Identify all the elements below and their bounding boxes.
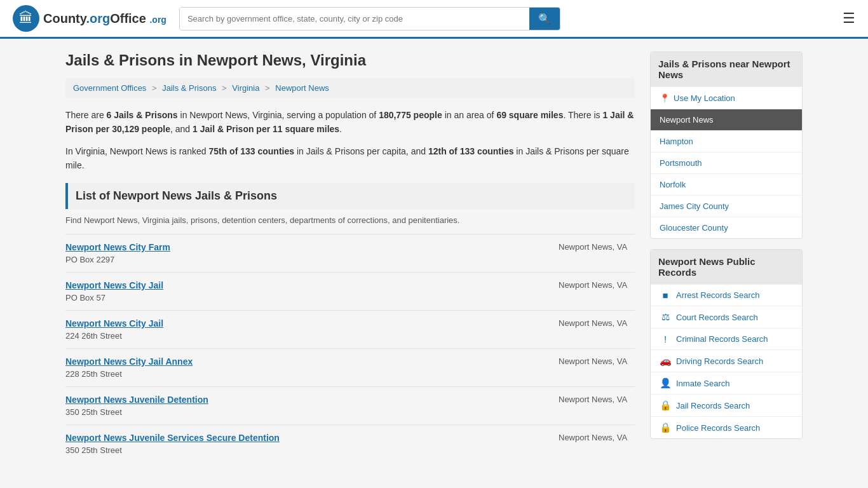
logo-org: .org <box>149 15 166 25</box>
jail-entry: Newport News Juvenile Services Secure De… <box>65 424 635 463</box>
public-record-link-driving-records-search[interactable]: 🚗Driving Records Search <box>651 349 802 372</box>
breadcrumb: Government Offices > Jails & Prisons > V… <box>65 78 635 98</box>
menu-button[interactable]: ☰ <box>843 10 855 27</box>
jail-address: 350 25th Street <box>65 407 122 417</box>
record-icon: 👤 <box>660 377 671 389</box>
jail-location: Newport News, VA <box>533 318 635 328</box>
nearby-section: Jails & Prisons near Newport News 📍 Use … <box>650 51 803 239</box>
main-content: Jails & Prisons in Newport News, Virgini… <box>65 51 635 463</box>
jail-location: Newport News, VA <box>533 242 635 252</box>
jail-info: Newport News City Jail PO Box 57 <box>65 280 533 302</box>
logo-text: County.orgOffice .org <box>43 11 166 25</box>
search-input[interactable] <box>180 8 529 30</box>
nearby-link-norfolk[interactable]: Norfolk <box>651 173 802 195</box>
record-icon: ⚖ <box>660 311 671 323</box>
jail-info: Newport News City Jail 224 26th Street <box>65 318 533 341</box>
area-bold: 69 square miles <box>496 110 563 120</box>
rank-sqmile-bold: 12th of 133 counties <box>428 146 514 156</box>
jail-name-link[interactable]: Newport News Juvenile Detention <box>65 395 533 405</box>
list-section-title: List of Newport News Jails & Prisons <box>65 183 635 209</box>
jail-address: PO Box 2297 <box>65 255 114 264</box>
search-bar: 🔍 <box>179 7 560 30</box>
jail-address: PO Box 57 <box>65 293 105 302</box>
page-title: Jails & Prisons in Newport News, Virgini… <box>65 51 635 69</box>
public-records-title: Newport News Public Records <box>651 250 802 284</box>
use-my-location-link[interactable]: 📍 Use My Location <box>651 86 802 109</box>
nearby-link-newport-news[interactable]: Newport News <box>651 109 802 130</box>
jail-entry: Newport News City Jail Annex 228 25th St… <box>65 348 635 386</box>
jail-list: Newport News City Farm PO Box 2297 Newpo… <box>65 234 635 463</box>
nearby-link-gloucester-county[interactable]: Gloucester County <box>651 217 802 238</box>
jail-address: 350 25th Street <box>65 445 122 455</box>
sidebar: Jails & Prisons near Newport News 📍 Use … <box>650 51 803 463</box>
record-icon: 🔒 <box>660 400 671 411</box>
jail-entry: Newport News Juvenile Detention 350 25th… <box>65 386 635 424</box>
jail-name-link[interactable]: Newport News City Jail <box>65 318 533 329</box>
nearby-link-hampton[interactable]: Hampton <box>651 130 802 152</box>
description-paragraph-1: There are 6 Jails & Prisons in Newport N… <box>65 108 635 137</box>
nearby-links: Newport NewsHamptonPortsmouthNorfolkJame… <box>651 109 802 238</box>
public-record-link-inmate-search[interactable]: 👤Inmate Search <box>651 372 802 394</box>
jail-name-link[interactable]: Newport News City Jail Annex <box>65 356 533 367</box>
jail-address: 224 26th Street <box>65 331 122 341</box>
nearby-link-portsmouth[interactable]: Portsmouth <box>651 152 802 173</box>
record-icon: ■ <box>660 290 671 301</box>
breadcrumb-jails-prisons[interactable]: Jails & Prisons <box>162 83 216 93</box>
jail-location: Newport News, VA <box>533 280 635 290</box>
jail-info: Newport News Juvenile Detention 350 25th… <box>65 395 533 417</box>
site-logo[interactable]: 🏛 County.orgOffice .org <box>13 5 166 32</box>
per-sqmile-bold: 1 Jail & Prison per 11 square miles <box>193 124 339 134</box>
jail-location: Newport News, VA <box>533 395 635 404</box>
public-record-link-police-records-search[interactable]: 🔒Police Records Search <box>651 416 802 438</box>
location-pin-icon: 📍 <box>660 93 670 103</box>
breadcrumb-gov-offices[interactable]: Government Offices <box>73 83 146 93</box>
public-record-link-criminal-records-search[interactable]: !Criminal Records Search <box>651 328 802 349</box>
public-record-link-arrest-records-search[interactable]: ■Arrest Records Search <box>651 284 802 306</box>
population-bold: 180,775 people <box>379 110 442 120</box>
jail-info: Newport News City Farm PO Box 2297 <box>65 242 533 264</box>
list-description: Find Newport News, Virginia jails, priso… <box>65 215 635 225</box>
public-records-links: ■Arrest Records Search⚖Court Records Sea… <box>651 284 802 438</box>
nearby-link-james-city-county[interactable]: James City County <box>651 195 802 217</box>
menu-icon: ☰ <box>843 10 855 26</box>
breadcrumb-virginia[interactable]: Virginia <box>232 83 259 93</box>
nearby-title: Jails & Prisons near Newport News <box>651 52 802 86</box>
jail-location: Newport News, VA <box>533 356 635 366</box>
record-icon: 🚗 <box>660 355 671 367</box>
jail-info: Newport News Juvenile Services Secure De… <box>65 433 533 455</box>
jail-entry: Newport News City Jail 224 26th Street N… <box>65 310 635 348</box>
logo-icon: 🏛 <box>13 5 39 32</box>
public-record-link-jail-records-search[interactable]: 🔒Jail Records Search <box>651 394 802 416</box>
jail-count-bold: 6 Jails & Prisons <box>107 110 178 120</box>
description-paragraph-2: In Virginia, Newport News is ranked 75th… <box>65 144 635 173</box>
public-record-link-court-records-search[interactable]: ⚖Court Records Search <box>651 306 802 328</box>
jail-address: 228 25th Street <box>65 369 122 379</box>
jail-name-link[interactable]: Newport News Juvenile Services Secure De… <box>65 433 533 443</box>
jail-entry: Newport News City Farm PO Box 2297 Newpo… <box>65 234 635 272</box>
jail-entry: Newport News City Jail PO Box 57 Newport… <box>65 272 635 310</box>
breadcrumb-newport-news[interactable]: Newport News <box>275 83 329 93</box>
jail-info: Newport News City Jail Annex 228 25th St… <box>65 356 533 379</box>
rank-capita-bold: 75th of 133 counties <box>208 146 294 156</box>
jail-name-link[interactable]: Newport News City Farm <box>65 242 533 252</box>
jail-location: Newport News, VA <box>533 433 635 442</box>
search-icon: 🔍 <box>538 13 551 24</box>
search-button[interactable]: 🔍 <box>529 8 560 30</box>
jail-name-link[interactable]: Newport News City Jail <box>65 280 533 290</box>
record-icon: ! <box>660 334 671 344</box>
record-icon: 🔒 <box>660 422 671 433</box>
public-records-section: Newport News Public Records ■Arrest Reco… <box>650 249 803 439</box>
